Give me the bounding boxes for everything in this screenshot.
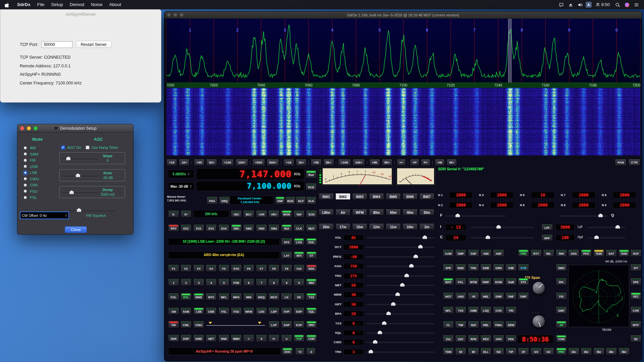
btn-sap[interactable]: SAP [281, 321, 292, 328]
btn-ovl[interactable]: OVL [180, 293, 192, 300]
btn-ssp[interactable]: SSP [468, 249, 479, 257]
menu-file[interactable]: File [34, 0, 48, 9]
input-source-badge[interactable]: A [586, 2, 592, 8]
radio-mode-lsb[interactable]: LSB [23, 171, 39, 175]
btn-11m[interactable]: 11m [386, 223, 401, 230]
tuning-cursor[interactable] [508, 19, 512, 82]
btn-step-10k[interactable]: 10k> [353, 159, 365, 166]
btn-fsl[interactable]: FSL [218, 307, 229, 315]
btn-15m[interactable]: 15m [352, 223, 367, 230]
btn-4[interactable]: 4 [206, 279, 217, 286]
btn-mut[interactable]: MUT [306, 224, 317, 232]
btn-step-5k[interactable]: <5k [311, 159, 321, 166]
btn-step-9k[interactable]: 9k> [382, 159, 392, 166]
max-db-display[interactable]: Max -30 dB ▲▼ [168, 182, 194, 190]
btn-f3[interactable]: F3 [193, 264, 204, 272]
btn-bc[interactable]: <BC [231, 210, 242, 218]
bpa-slider-thumb[interactable] [386, 311, 391, 315]
btn-step-50[interactable]: <50 [194, 159, 205, 166]
spotlight-icon[interactable] [614, 1, 621, 8]
btn-bw7[interactable]: BW7 [419, 193, 434, 200]
fix-span-knob[interactable] [532, 282, 545, 294]
btn-psb[interactable]: PSB [231, 279, 242, 286]
btn-tdm[interactable]: TDM [443, 348, 454, 355]
btn-spe[interactable]: SPE [630, 278, 641, 285]
btn-lpf[interactable]: LPF [541, 224, 553, 231]
lpf-slider-thumb[interactable] [615, 225, 620, 229]
sql-slider-thumb[interactable] [378, 330, 382, 334]
db-per-div-display[interactable]: 5 dB/Div ▲▼ [168, 170, 194, 178]
btn-ldp[interactable]: LDP [268, 307, 279, 315]
btn-wtf[interactable]: WTF [630, 321, 641, 328]
memory-marker-9[interactable]: 9 [568, 27, 570, 33]
btn-bw5[interactable]: BW5 [386, 193, 401, 200]
btn-pan[interactable]: PAN [615, 159, 627, 166]
btn-20m[interactable]: 20m [319, 223, 334, 230]
close-traffic-light[interactable] [20, 126, 24, 130]
btn-fol[interactable]: FOL [168, 293, 179, 300]
btn-step-9k[interactable]: <9k [369, 159, 380, 166]
btn-fm[interactable]: FM [168, 321, 179, 328]
btn-f7[interactable]: F7 [256, 264, 267, 272]
hpf-slider-thumb[interactable] [594, 235, 599, 239]
radio-mode-cwl[interactable]: CWL [23, 183, 39, 187]
btn-dnr[interactable]: DNR [493, 292, 504, 300]
frequency-scale[interactable]: 7000702070407060708071007120714071607180… [166, 82, 640, 88]
btn-clk[interactable]: CLK [293, 224, 305, 232]
radio-mode-fsu[interactable]: FSU [23, 189, 39, 193]
btn-syn[interactable]: SYN [518, 264, 529, 271]
btn-scp[interactable]: SCP [630, 249, 641, 257]
btn-1[interactable]: 1 [168, 279, 179, 286]
radio-button[interactable] [23, 177, 27, 181]
btn-mfl[interactable]: MFL [218, 293, 229, 300]
btn-air[interactable]: Air [335, 209, 351, 216]
btn-7[interactable]: 7 [256, 279, 267, 286]
btn-ar[interactable]: <AR [256, 210, 267, 218]
btn-rty[interactable]: RTY [531, 249, 542, 257]
btn-net[interactable]: NET [206, 335, 217, 342]
btn-rhi[interactable]: RHI [556, 249, 567, 257]
btn-dsp[interactable]: DSP [180, 335, 192, 342]
btn-car[interactable]: CAR [630, 306, 641, 314]
btn-ii[interactable]: II [256, 335, 267, 342]
memory-marker-7[interactable]: 7 [473, 27, 476, 33]
btn-spl[interactable]: SPL [556, 278, 567, 285]
btn-tri[interactable]: TRI [505, 306, 517, 314]
btn-gs[interactable]: GS [531, 348, 542, 355]
radio-button[interactable] [23, 146, 27, 150]
btn-tip[interactable]: TIP [505, 348, 517, 355]
btn-30m[interactable]: 30m [419, 209, 434, 216]
btn-5[interactable]: 5 [218, 279, 229, 286]
btn-60m[interactable]: 60m [386, 209, 401, 216]
zoom-traffic-light[interactable] [34, 126, 38, 130]
btn-sto[interactable]: STO [231, 264, 242, 272]
btn-step-50[interactable]: 50> [206, 159, 217, 166]
menu-setup[interactable]: Setup [48, 0, 66, 9]
btn-lds[interactable]: LDS [256, 307, 267, 315]
btn-sk[interactable]: SK [293, 293, 305, 300]
btn-mnd[interactable]: MND [193, 293, 204, 300]
btn-zoc[interactable]: ZoC [455, 335, 466, 342]
btn-svp[interactable]: SVP [281, 307, 292, 315]
btn-rev[interactable]: REV [480, 335, 491, 342]
btn-son[interactable]: SON [619, 249, 630, 257]
btn-txs[interactable]: TXS [455, 306, 466, 314]
radio-mode-am[interactable]: AM [23, 146, 39, 150]
chat-icon[interactable] [557, 1, 565, 8]
grt-slider-thumb[interactable] [391, 302, 395, 306]
btn-step-x[interactable]: >< [397, 159, 406, 166]
btn-mco[interactable]: MCO [268, 293, 279, 300]
btn-10m[interactable]: 10m [402, 223, 418, 230]
btn-pre[interactable]: PRE [556, 348, 567, 355]
btn-step-5k[interactable]: 5k> [323, 159, 334, 166]
btn-mdi[interactable]: MDI [306, 279, 317, 286]
btn-edp[interactable]: EDP [293, 307, 305, 315]
btn-mts[interactable]: MTS [206, 293, 217, 300]
btn-lap[interactable]: LAP [268, 321, 279, 328]
btn-lk[interactable]: LK [281, 293, 292, 300]
memory-marker-2[interactable]: 2 [236, 27, 238, 33]
btn-min[interactable]: MIN [243, 293, 254, 300]
btn-am[interactable]: AM [168, 307, 179, 315]
btn-trk[interactable]: TRK [468, 264, 479, 271]
vol-slider-thumb[interactable] [423, 235, 427, 239]
